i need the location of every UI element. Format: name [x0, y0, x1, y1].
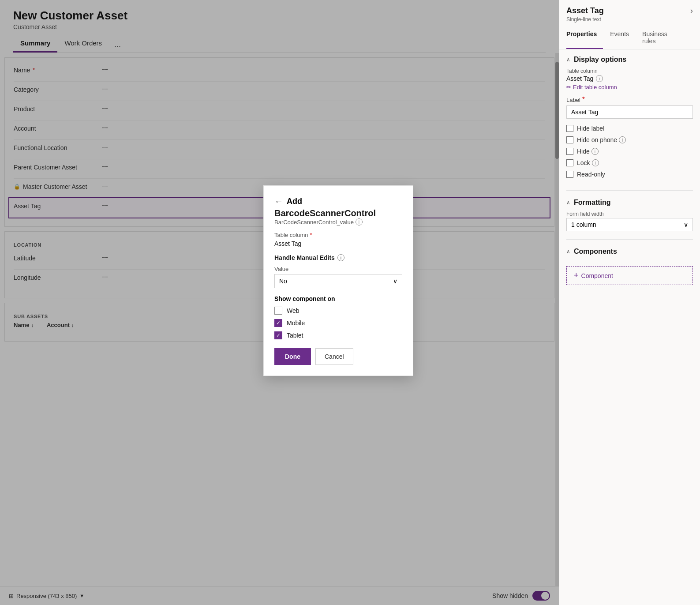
table-column-label: Table column: [566, 68, 693, 74]
web-label: Web: [287, 307, 299, 314]
components-header: ∧ Components: [566, 248, 693, 256]
dialog-checkbox-mobile: ✓ Mobile: [274, 319, 402, 327]
back-arrow-icon: ←: [274, 196, 283, 207]
web-checkbox[interactable]: [274, 307, 282, 315]
label-required-star: *: [582, 96, 585, 104]
hide-info-icon[interactable]: i: [591, 148, 599, 155]
chevron-down-icon: ∨: [393, 278, 397, 285]
dialog-handle-manual-title: Handle Manual Edits i: [274, 254, 402, 261]
lock-text: Lock i: [577, 159, 599, 166]
form-field-width-select[interactable]: 1 column ∨: [566, 218, 693, 231]
dialog-table-column-label: Table column *: [274, 232, 402, 238]
done-button[interactable]: Done: [274, 348, 311, 365]
checkbox-read-only: Read-only: [566, 171, 693, 178]
dialog-value-selected: No: [279, 278, 287, 285]
pencil-icon: ✏: [566, 84, 571, 90]
dialog-overlay: ← Add BarcodeScannerControl BarCodeScann…: [0, 0, 559, 605]
lock-checkbox[interactable]: [566, 159, 573, 166]
checkbox-hide-label: Hide label: [566, 125, 693, 132]
components-section: ∧ Components: [559, 241, 700, 266]
dialog-value-label: Value: [274, 266, 402, 272]
add-component-label: Component: [581, 272, 613, 279]
panel-divider-2: [566, 239, 693, 240]
formatting-title: Formatting: [574, 199, 611, 207]
read-only-text: Read-only: [577, 171, 605, 178]
panel-tab-events[interactable]: Events: [610, 27, 635, 49]
label-field-label: Label *: [566, 96, 693, 104]
checkbox-hide: Hide i: [566, 148, 693, 155]
label-input[interactable]: [566, 105, 693, 119]
display-options-title: Display options: [574, 56, 626, 64]
hide-checkbox[interactable]: [566, 148, 573, 155]
table-column-info-icon[interactable]: i: [596, 75, 603, 82]
dialog-subtitle: BarCodeScannerControl_value i: [274, 218, 402, 225]
formatting-header: ∧ Formatting: [566, 199, 693, 207]
mobile-checkbox[interactable]: ✓: [274, 319, 282, 327]
main-area: New Customer Asset Customer Asset Summar…: [0, 0, 559, 605]
panel-tab-properties[interactable]: Properties: [566, 27, 603, 49]
display-options-section: ∧ Display options Table column Asset Tag…: [559, 49, 700, 188]
dialog-table-column-block: Table column * Asset Tag: [274, 232, 402, 247]
right-panel: Asset Tag Single-line text › Properties …: [559, 0, 700, 605]
hide-on-phone-text: Hide on phone i: [577, 136, 626, 143]
dialog-buttons: Done Cancel: [274, 348, 402, 365]
lock-info-icon[interactable]: i: [592, 159, 599, 166]
dialog-show-on-title: Show component on: [274, 295, 402, 302]
plus-icon: +: [574, 271, 579, 280]
hide-text: Hide i: [577, 148, 599, 155]
checkbox-lock: Lock i: [566, 159, 693, 166]
panel-subtitle: Single-line text: [566, 16, 604, 23]
panel-header: Asset Tag Single-line text ›: [559, 0, 700, 23]
dialog-table-column-value: Asset Tag: [274, 240, 402, 247]
dialog-title: BarcodeScannerControl: [274, 208, 402, 218]
chevron-up-icon-2: ∧: [566, 199, 570, 206]
form-field-width-value: 1 column: [571, 221, 596, 228]
panel-title-block: Asset Tag Single-line text: [566, 6, 604, 23]
hide-label-checkbox[interactable]: [566, 125, 573, 132]
edit-table-column-link[interactable]: ✏ Edit table column: [566, 84, 693, 90]
dialog-value-select[interactable]: No ∨: [274, 274, 402, 288]
panel-title: Asset Tag: [566, 6, 604, 15]
read-only-checkbox[interactable]: [566, 171, 573, 178]
hide-on-phone-info-icon[interactable]: i: [619, 136, 626, 143]
table-column-value: Asset Tag i: [566, 75, 693, 82]
panel-tabs: Properties Events Business rules: [559, 27, 700, 49]
formatting-section: ∧ Formatting Form field width 1 column ∨: [559, 192, 700, 237]
tablet-label: Tablet: [287, 332, 303, 339]
form-field-width-label: Form field width: [566, 211, 693, 217]
dialog-back-button[interactable]: ← Add: [274, 196, 402, 207]
dialog-add-label: Add: [287, 197, 302, 206]
checkbox-hide-on-phone: Hide on phone i: [566, 136, 693, 143]
mobile-label: Mobile: [287, 319, 305, 327]
cancel-button[interactable]: Cancel: [315, 348, 353, 365]
add-component-button[interactable]: + Component: [566, 266, 693, 285]
barcode-dialog: ← Add BarcodeScannerControl BarCodeScann…: [263, 185, 413, 376]
chevron-up-icon-3: ∧: [566, 248, 570, 255]
required-star: *: [310, 232, 312, 238]
info-icon[interactable]: i: [356, 218, 363, 225]
panel-tab-business-rules[interactable]: Business rules: [642, 27, 686, 49]
components-title: Components: [574, 248, 617, 256]
expand-icon[interactable]: ›: [690, 6, 693, 15]
display-options-header: ∧ Display options: [566, 56, 693, 64]
handle-info-icon[interactable]: i: [337, 254, 344, 261]
hide-on-phone-checkbox[interactable]: [566, 136, 573, 143]
tablet-checkbox[interactable]: ✓: [274, 331, 282, 339]
dialog-checkbox-tablet: ✓ Tablet: [274, 331, 402, 339]
dialog-checkbox-web: Web: [274, 307, 402, 315]
hide-label-text: Hide label: [577, 125, 604, 132]
chevron-down-icon-2: ∨: [684, 221, 688, 228]
panel-divider-1: [566, 190, 693, 191]
chevron-up-icon: ∧: [566, 56, 570, 63]
